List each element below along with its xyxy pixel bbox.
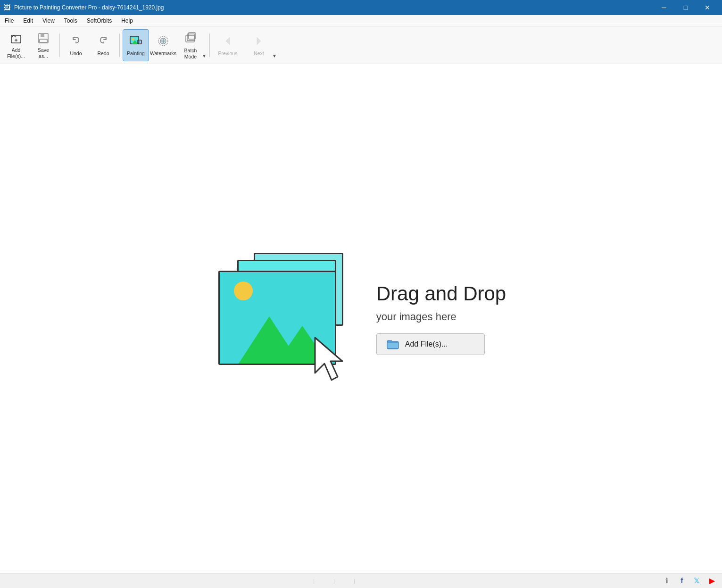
watermarks-button[interactable]: Watermarks [150,29,176,61]
add-files-main-label: Add File(s)... [405,340,448,348]
drag-drop-subtitle: your images here [376,311,506,323]
undo-label: Undo [70,50,82,57]
facebook-icon[interactable]: f [678,577,686,585]
info-icon[interactable]: ℹ [663,577,671,585]
menu-softorbits[interactable]: SoftOrbits [82,15,116,26]
title-bar: 🖼 Picture to Painting Converter Pro - da… [0,0,722,15]
add-files-label: Add File(s)... [7,47,25,59]
menu-help[interactable]: Help [116,15,138,26]
watermarks-icon [156,33,171,49]
drag-drop-title: Drag and Drop [376,282,506,305]
add-files-icon [8,31,24,46]
svg-point-7 [132,38,134,41]
painting-button[interactable]: Painting [123,29,149,61]
separator-3 [209,33,210,57]
window-controls: ─ □ ✕ [653,0,718,15]
menu-file[interactable]: File [0,15,18,26]
cursor-arrow-icon [310,335,355,385]
next-label: Next [254,50,264,57]
status-bar: | | | ℹ f 𝕏 ▶ [0,573,722,588]
drop-text-area: Drag and Drop your images here Add File(… [376,282,506,355]
separator-1 [59,33,60,57]
add-files-button[interactable]: Add File(s)... [3,29,29,61]
undo-button[interactable]: Undo [63,29,89,61]
redo-button[interactable]: Redo [90,29,116,61]
app-icon: 🖼 [4,4,10,11]
painting-label: Painting [127,50,145,57]
painting-icon [128,33,143,49]
save-as-button[interactable]: Save as... [30,29,57,61]
close-button[interactable]: ✕ [697,0,718,15]
drop-area: Drag and Drop your images here Add File(… [216,253,506,385]
toolbar: Add File(s)... Save as... Undo [0,26,722,64]
previous-icon [220,33,235,49]
menu-edit[interactable]: Edit [18,15,38,26]
batch-mode-label: Batch Mode [184,48,197,59]
drop-illustration [216,253,348,385]
batch-mode-button[interactable]: Batch Mode [177,29,204,61]
status-divider-1: | [313,578,315,584]
menu-view[interactable]: View [38,15,59,26]
next-button[interactable]: Next [244,29,274,61]
window-title: Picture to Painting Converter Pro - dais… [14,4,164,11]
previous-nav-group: Previous [213,29,243,61]
next-icon [251,33,266,49]
svg-marker-20 [257,37,261,45]
redo-icon [96,33,111,49]
undo-icon [68,33,83,49]
status-divider-2: | [333,578,335,584]
next-nav-group: Next [244,29,274,61]
batch-mode-dropdown-arrow[interactable]: ▼ [202,53,207,58]
save-as-label: Save as... [38,47,49,59]
batch-mode-icon [183,31,198,46]
main-content: Drag and Drop your images here Add File(… [0,64,722,573]
sun-icon [234,282,253,300]
svg-marker-21 [315,338,342,380]
svg-rect-4 [41,33,44,37]
svg-rect-22 [387,342,398,348]
twitter-icon[interactable]: 𝕏 [693,577,701,585]
save-as-icon [36,31,51,46]
redo-label: Redo [97,50,109,57]
restore-button[interactable]: □ [675,0,697,15]
previous-label: Previous [218,50,237,57]
add-files-main-button[interactable]: Add File(s)... [376,333,485,355]
separator-2 [119,33,120,57]
menu-bar: File Edit View Tools SoftOrbits Help [0,15,722,26]
status-social-icons: ℹ f 𝕏 ▶ [663,577,716,585]
watermarks-label: Watermarks [150,50,176,57]
svg-marker-19 [226,37,230,45]
folder-icon [386,339,399,350]
minimize-button[interactable]: ─ [653,0,675,15]
menu-tools[interactable]: Tools [59,15,82,26]
previous-button[interactable]: Previous [213,29,243,61]
svg-rect-5 [40,39,47,42]
status-divider-3: | [354,578,355,584]
youtube-icon[interactable]: ▶ [708,577,716,585]
